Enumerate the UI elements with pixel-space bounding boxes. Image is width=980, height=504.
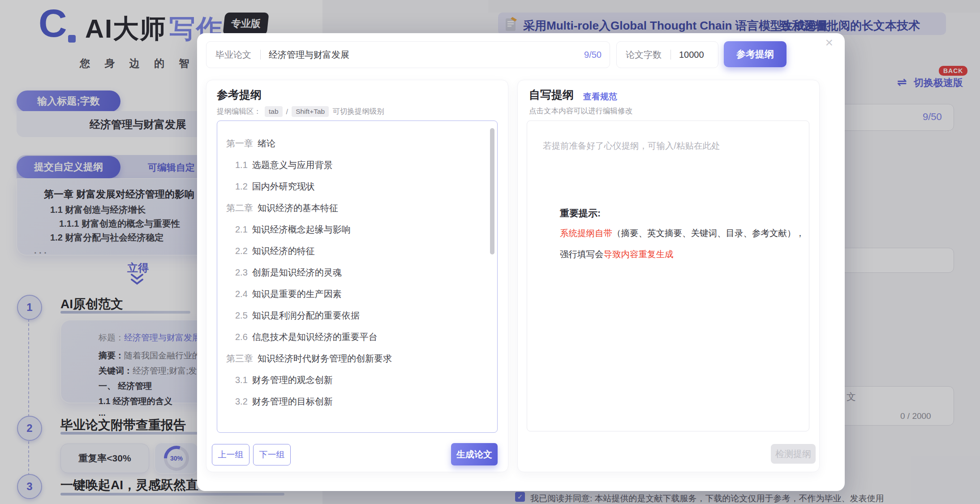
word-count-group: 论文字数 10000 xyxy=(616,41,718,68)
outline-item[interactable]: 2.2知识经济的特征 xyxy=(217,240,497,262)
word-count-input[interactable]: 10000 xyxy=(671,50,712,60)
view-spec-link[interactable]: 查看规范 xyxy=(583,91,617,103)
app-root: 采用Multi-role入Global Thought Chain 语言模型生成… xyxy=(0,0,980,504)
outline-item[interactable]: 第一章绪论 xyxy=(217,133,497,154)
scrollbar-thumb[interactable] xyxy=(490,128,494,254)
prev-group-button[interactable]: 上一组 xyxy=(212,444,249,465)
generate-paper-button[interactable]: 生成论文 xyxy=(451,443,498,465)
outline-item[interactable]: 第三章知识经济时代财务管理的创新要求 xyxy=(217,348,497,369)
kbd-separator: / xyxy=(286,108,288,116)
notice-line-2: 强行填写会导致内容重复生成 xyxy=(560,248,674,260)
doc-type-label[interactable]: 毕业论文 xyxy=(206,49,260,61)
kbd-tab: tab xyxy=(265,106,283,117)
thesis-title-input[interactable]: 经济管理与财富发展 xyxy=(261,49,357,61)
custom-outline-textarea[interactable]: 若提前准备好了心仪提纲，可输入/粘贴在此处 重要提示: 系统提纲自带（摘要、英文… xyxy=(527,121,809,431)
reference-panel-hint: 提纲编辑区： tab / Shift+Tab 可切换提纲级别 xyxy=(217,106,384,117)
notice-plain-1: （摘要、英文摘要、关键词、目录、参考文献）， xyxy=(612,228,804,238)
hint-prefix: 提纲编辑区： xyxy=(217,107,261,116)
notice-red-2: 导致内容重复生成 xyxy=(604,249,674,259)
hint-suffix: 可切换提纲级别 xyxy=(332,107,384,116)
custom-panel-title: 自写提纲 xyxy=(529,87,574,102)
outline-item[interactable]: 2.4知识是重要的生产因素 xyxy=(217,283,497,305)
close-icon[interactable]: × xyxy=(825,36,833,49)
kbd-shift-tab: Shift+Tab xyxy=(292,106,329,117)
reference-panel-title: 参考提纲 xyxy=(217,87,262,102)
outline-item[interactable]: 1.1选题意义与应用背景 xyxy=(217,154,497,176)
notice-red-1: 系统提纲自带 xyxy=(560,228,612,238)
outline-item[interactable]: 1.2国内外研究现状 xyxy=(217,176,497,197)
custom-outline-panel: 自写提纲 查看规范 点击文本内容可以进行编辑修改 若提前准备好了心仪提纲，可输入… xyxy=(517,80,820,472)
outline-item[interactable]: 2.6信息技术是知识经济的重要平台 xyxy=(217,326,497,348)
notice-plain-2: 强行填写会 xyxy=(560,249,604,259)
reference-outline-button[interactable]: 参考提纲 xyxy=(724,41,787,67)
next-group-button[interactable]: 下一组 xyxy=(253,444,291,465)
title-char-counter: 9/50 xyxy=(584,50,610,60)
outline-item[interactable]: 2.3创新是知识经济的灵魂 xyxy=(217,262,497,283)
notice-line-1: 系统提纲自带（摘要、英文摘要、关键词、目录、参考文献）， xyxy=(560,227,804,239)
outline-item[interactable]: 3.2财务管理的目标创新 xyxy=(217,391,497,412)
thesis-title-group: 毕业论文 经济管理与财富发展 9/50 xyxy=(206,41,610,68)
textarea-placeholder: 若提前准备好了心仪提纲，可输入/粘贴在此处 xyxy=(543,140,720,152)
outline-dialog: × 毕业论文 经济管理与财富发展 9/50 论文字数 10000 参考提纲 参考… xyxy=(197,33,845,491)
outline-item[interactable]: 2.5知识是利润分配的重要依据 xyxy=(217,305,497,326)
outline-item[interactable]: 2.1知识经济概念起缘与影响 xyxy=(217,219,497,240)
outline-item[interactable]: 第二章知识经济的基本特征 xyxy=(217,197,497,219)
reference-outline-panel: 参考提纲 提纲编辑区： tab / Shift+Tab 可切换提纲级别 第一章绪… xyxy=(206,80,508,472)
custom-panel-hint: 点击文本内容可以进行编辑修改 xyxy=(529,106,632,116)
check-outline-button[interactable]: 检测提纲 xyxy=(771,444,816,464)
notice-title: 重要提示: xyxy=(560,207,601,220)
outline-editor[interactable]: 第一章绪论 1.1选题意义与应用背景 1.2国内外研究现状 第二章知识经济的基本… xyxy=(217,121,498,433)
word-count-label: 论文字数 xyxy=(617,49,671,61)
outline-item[interactable]: 3.1财务管理的观念创新 xyxy=(217,369,497,391)
